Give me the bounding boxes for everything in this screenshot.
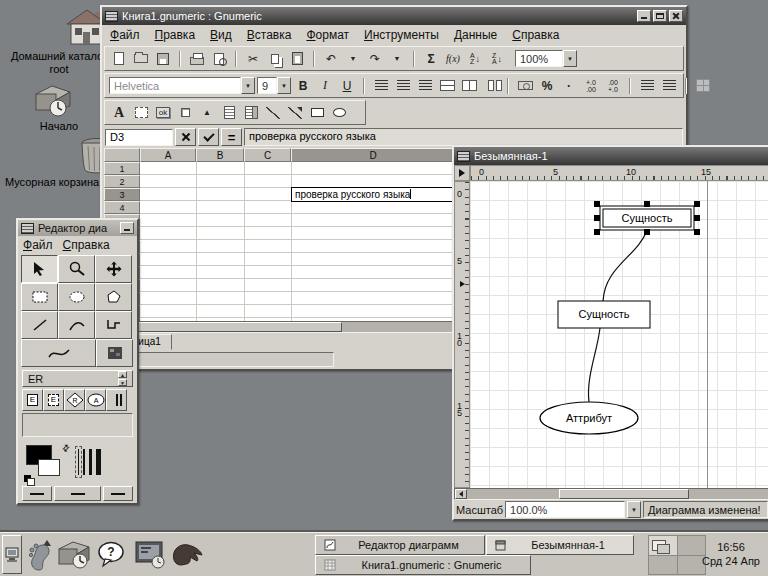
entity-shape-selected[interactable]: Сущность (594, 201, 700, 235)
minimize-button[interactable] (120, 222, 134, 234)
thousands-icon[interactable]: · (559, 76, 579, 95)
minimize-button[interactable] (637, 10, 651, 22)
rect-icon[interactable] (307, 103, 327, 122)
window-menu-icon[interactable] (105, 11, 118, 22)
connector-line-bottom[interactable] (588, 328, 600, 402)
bold-icon[interactable]: B (293, 76, 313, 95)
font-size-combo[interactable]: 9 (257, 77, 291, 94)
pager-desktop-1[interactable] (649, 536, 677, 555)
tool-arc-button[interactable] (58, 311, 95, 339)
function-icon[interactable]: f(x) (443, 49, 463, 68)
split-cells-icon[interactable] (481, 76, 501, 95)
line-icon[interactable] (263, 103, 283, 122)
row-header-2[interactable]: 2 (104, 175, 140, 188)
arrow-start-style-button[interactable] (22, 486, 52, 501)
background-color-swatch[interactable] (38, 459, 60, 476)
cancel-edit-button[interactable] (175, 128, 196, 146)
menu-item-формат[interactable]: Формат (306, 28, 349, 42)
open-icon[interactable] (131, 49, 151, 68)
maximize-button[interactable] (653, 10, 667, 22)
drop-icon[interactable]: ▼ (343, 49, 363, 68)
line-width-3[interactable] (89, 449, 92, 475)
pager-desktop-3[interactable] (649, 556, 677, 575)
task-button-untitled-diagram[interactable]: Безымянная-1 (486, 535, 634, 555)
tool-line-button[interactable] (21, 311, 58, 339)
zoom-combo[interactable]: 100% (515, 50, 577, 67)
tool-magnify-button[interactable] (58, 255, 95, 283)
canvas-zoom-value[interactable]: 100.0% (505, 501, 625, 518)
merge-across-icon[interactable] (459, 76, 479, 95)
indent-icon[interactable] (659, 76, 679, 95)
ruler-origin-button[interactable] (454, 165, 470, 181)
scrollbar-thumb[interactable] (559, 489, 689, 499)
tool-ellipse-button[interactable] (58, 283, 95, 311)
tool-scroll-button[interactable] (95, 255, 132, 283)
row-header-3[interactable]: 3 (104, 188, 140, 201)
font-name-combo[interactable]: Helvetica (109, 77, 255, 94)
oval-icon[interactable] (329, 103, 349, 122)
er-participation-button[interactable] (106, 389, 127, 411)
menu-item-инструменты[interactable]: Инструменты (364, 28, 439, 42)
arrow-end-style-button[interactable] (103, 486, 133, 501)
er-attribute-button[interactable]: A (85, 389, 106, 411)
desktop-icon-trash[interactable]: Мусорная корзина (0, 136, 107, 189)
sheet-spinner[interactable]: ▲▼ (118, 371, 127, 386)
zoom-value[interactable]: 100% (515, 50, 563, 67)
outdent-icon[interactable] (637, 76, 657, 95)
er-entity-button[interactable]: E (22, 389, 43, 411)
menu-item-справка[interactable]: Справка (512, 28, 559, 42)
attribute-shape[interactable]: Аттрибут (540, 402, 638, 434)
line-width-selector[interactable] (78, 443, 101, 482)
sort-za-icon[interactable]: ZA↓ (487, 49, 507, 68)
borders-icon[interactable] (693, 76, 713, 95)
cell-reference-box[interactable]: D3 (105, 129, 173, 146)
help-launcher[interactable]: ? (96, 537, 126, 573)
menu-item-файл[interactable]: Файл (23, 238, 53, 252)
remove-decimal-icon[interactable]: .00+.0 (603, 76, 623, 95)
combo-icon[interactable] (241, 103, 261, 122)
font-size-dropdown-button[interactable] (277, 77, 291, 94)
equals-button[interactable] (221, 128, 242, 146)
paste-icon[interactable] (287, 49, 307, 68)
tool-bezier-button[interactable] (21, 339, 96, 367)
formula-entry[interactable]: проверка русского языка (244, 128, 683, 146)
scroll-left-button[interactable] (455, 489, 467, 499)
button-icon[interactable]: ok (153, 103, 173, 122)
mozilla-launcher[interactable] (170, 537, 206, 573)
desktop-icon-home[interactable]: Домашний каталог root (4, 8, 114, 76)
task-button-gnumeric[interactable]: Книга1.gnumeric : Gnumeric (315, 555, 531, 575)
column-header-A[interactable]: A (140, 148, 196, 162)
color-selector[interactable]: ⇄ (24, 443, 68, 482)
add-decimal-icon[interactable]: +.0.00 (581, 76, 601, 95)
clock-applet[interactable]: 16:56 Срд 24 Апр (700, 540, 762, 568)
line-style-button[interactable] (54, 486, 101, 501)
desktop-icon-start[interactable]: Начало (4, 82, 114, 133)
sheet-selector[interactable]: ER ▲▼ (22, 370, 133, 387)
er-weak-entity-button[interactable]: E (43, 389, 64, 411)
zoom-dropdown-button[interactable] (563, 50, 577, 67)
preview-icon[interactable] (209, 49, 229, 68)
copy-icon[interactable] (265, 49, 285, 68)
sum-icon[interactable]: Σ (421, 49, 441, 68)
menu-item-файл[interactable]: Файл (110, 28, 140, 42)
font-name-dropdown-button[interactable] (241, 77, 255, 94)
line-width-1[interactable] (78, 449, 79, 475)
tool-box-button[interactable] (21, 283, 58, 311)
redo-icon[interactable]: ↷ (365, 49, 385, 68)
swap-colors-icon[interactable]: ⇄ (60, 441, 72, 453)
panel-hide-button[interactable] (2, 535, 22, 574)
row-header-4[interactable]: 4 (104, 201, 140, 214)
money-icon[interactable] (515, 76, 535, 95)
sort-az-icon[interactable]: AZ↓ (465, 49, 485, 68)
column-header-B[interactable]: B (196, 148, 244, 162)
menu-item-вставка[interactable]: Вставка (247, 28, 292, 42)
toolbox-titlebar[interactable]: Редактор диа (18, 220, 137, 236)
drop-icon[interactable]: ▼ (387, 49, 407, 68)
font-size-value[interactable]: 9 (257, 77, 277, 94)
tool-polygon-button[interactable] (95, 283, 132, 311)
window-menu-icon[interactable] (21, 223, 34, 234)
menu-item-данные[interactable]: Данные (454, 28, 497, 42)
save-icon[interactable] (153, 49, 173, 68)
er-relationship-button[interactable]: R (64, 389, 85, 411)
spinner-icon[interactable]: ▲ (197, 103, 217, 122)
